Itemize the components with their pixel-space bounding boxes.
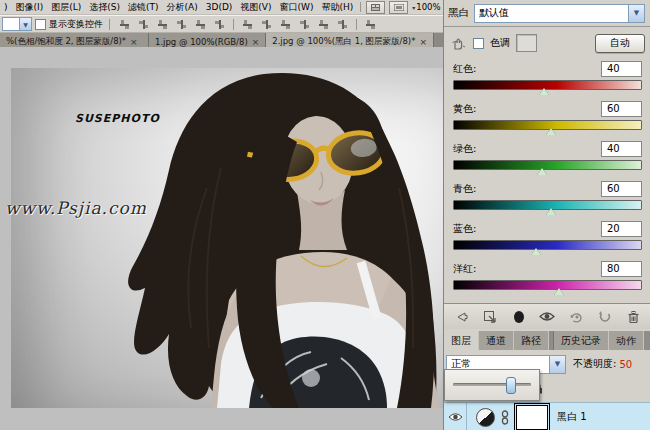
close-icon[interactable]: × [130, 37, 138, 47]
distribute-right-icon[interactable] [334, 17, 351, 32]
preset-dropdown[interactable]: 默认值 ▼ [474, 4, 645, 23]
slider-track[interactable] [453, 200, 642, 210]
slider-thumb[interactable] [546, 208, 556, 215]
slider-value-input[interactable]: 40 [601, 61, 642, 77]
distribute-top-icon[interactable] [239, 17, 256, 32]
menu-item[interactable]: 滤镜(T) [124, 1, 163, 14]
slider-label: 红色: [453, 62, 476, 76]
workspace: SUSEPHOTO www.Psjia.com [0, 47, 443, 430]
chevron-down-icon[interactable]: ▼ [549, 356, 565, 373]
distribute-vcenter-icon[interactable] [258, 17, 275, 32]
opacity-value-field[interactable]: 50 [619, 359, 632, 370]
layer-mask-thumbnail[interactable] [516, 405, 548, 430]
tool-preset-picker[interactable]: ▼ [2, 17, 32, 31]
visibility-eye-icon[interactable] [539, 308, 556, 325]
align-vcenter-icon[interactable] [135, 17, 152, 32]
application-chrome: )图像(I)图层(L)选择(S)滤镜(T)分析(A)3D(D)视图(V)窗口(W… [0, 0, 443, 50]
panel-tab[interactable]: 路径 [514, 331, 549, 350]
panel-tab[interactable]: 通道 [479, 331, 514, 350]
slider-label: 青色: [453, 182, 476, 196]
slider-track[interactable] [453, 120, 642, 130]
bw-slider-group: 青色: 60 [453, 180, 642, 220]
screen-mode-icon[interactable] [389, 1, 408, 14]
slider-thumb[interactable] [546, 128, 556, 135]
view-previous-state-icon[interactable] [568, 308, 585, 325]
document-tab-label: 1.jpg @ 100%(RGB/8) [155, 37, 248, 47]
close-icon[interactable]: × [419, 37, 427, 47]
layer-visibility-toggle[interactable] [444, 403, 467, 430]
slider-track[interactable] [453, 240, 642, 250]
align-icons [116, 17, 379, 32]
document-tab-label: 2.jpg @ 100%(黑白 1, 图层蒙版/8)* [272, 36, 415, 48]
menu-item[interactable]: 窗口(W) [276, 1, 318, 14]
slider-value-input[interactable]: 60 [601, 101, 642, 117]
separator [233, 19, 234, 30]
layer-row[interactable]: 黑白 1 [444, 402, 650, 430]
clip-to-layer-icon[interactable] [510, 308, 527, 325]
opacity-slider-thumb[interactable] [506, 377, 516, 394]
slider-value-input[interactable]: 80 [601, 261, 642, 277]
panel-tab[interactable]: 动作 [609, 331, 644, 350]
slider-value-input[interactable]: 20 [601, 221, 642, 237]
layer-name[interactable]: 黑白 1 [557, 410, 587, 424]
slider-track[interactable] [453, 80, 642, 90]
menu-item[interactable]: 选择(S) [85, 1, 124, 14]
distribute-hcenter-icon[interactable] [315, 17, 332, 32]
mask-link-icon[interactable] [501, 410, 509, 425]
zoom-level-dropdown[interactable]: 100% [415, 2, 441, 12]
show-transform-label: 显示变换控件 [49, 18, 103, 31]
close-icon[interactable]: × [252, 37, 260, 47]
slider-value-input[interactable]: 60 [601, 181, 642, 197]
menu-item[interactable]: 分析(A) [163, 1, 202, 14]
expand-panel-icon[interactable] [482, 308, 499, 325]
panel-tab-strip: 图层通道路径历史记录动作 [444, 331, 650, 350]
separator [360, 2, 361, 12]
align-left-icon[interactable] [173, 17, 190, 32]
align-top-icon[interactable] [116, 17, 133, 32]
menu-item[interactable]: 3D(D) [202, 2, 237, 12]
tint-checkbox[interactable] [473, 38, 484, 49]
slider-track[interactable] [453, 280, 642, 290]
slider-thumb[interactable] [539, 88, 549, 95]
slider-label: 蓝色: [453, 222, 476, 236]
panel-tab[interactable]: 图层 [444, 331, 479, 350]
back-arrow-icon[interactable] [453, 308, 470, 325]
eye-icon [448, 412, 463, 422]
right-panel: 黑白 默认值 ▼ 色调 自动 红色: 40 黄色: 60 绿色: [443, 0, 650, 430]
opacity-slider-track[interactable] [453, 383, 531, 386]
menu-item[interactable]: 视图(V) [236, 1, 275, 14]
menu-item[interactable]: ) [0, 2, 12, 12]
show-transform-checkbox[interactable] [35, 19, 46, 30]
auto-button[interactable]: 自动 [595, 34, 645, 53]
auto-align-icon[interactable] [362, 17, 379, 32]
slider-thumb[interactable] [554, 288, 564, 295]
slider-value-input[interactable]: 40 [601, 141, 642, 157]
slider-thumb[interactable] [537, 168, 547, 175]
bw-slider-group: 红色: 40 [453, 60, 642, 100]
reset-icon[interactable] [596, 308, 613, 325]
tint-color-swatch[interactable] [516, 34, 537, 52]
slider-thumb[interactable] [531, 248, 541, 255]
align-bottom-icon[interactable] [154, 17, 171, 32]
adjustment-layer-icon[interactable] [476, 408, 495, 427]
separator [109, 19, 110, 30]
distribute-left-icon[interactable] [296, 17, 313, 32]
bridge-icon[interactable] [366, 1, 385, 14]
opacity-slider-popup [444, 369, 540, 401]
menu-item[interactable]: 帮助(H) [317, 1, 357, 14]
bw-slider-group: 黄色: 60 [453, 100, 642, 140]
document-canvas[interactable]: SUSEPHOTO www.Psjia.com [11, 68, 443, 408]
panel-tab[interactable]: 历史记录 [553, 331, 609, 350]
slider-track[interactable] [453, 160, 642, 170]
distribute-bottom-icon[interactable] [277, 17, 294, 32]
align-hcenter-icon[interactable] [192, 17, 209, 32]
align-right-icon[interactable] [211, 17, 228, 32]
chevron-down-icon: ▼ [19, 18, 31, 30]
menu-item[interactable]: 图像(I) [12, 1, 48, 14]
adjustments-footer [444, 303, 650, 329]
scrubby-hand-icon[interactable] [450, 35, 467, 52]
chevron-down-icon[interactable]: ▼ [628, 5, 644, 22]
trash-icon[interactable] [625, 308, 642, 325]
menu-item[interactable]: 图层(L) [47, 1, 85, 14]
tint-label: 色调 [490, 36, 510, 50]
